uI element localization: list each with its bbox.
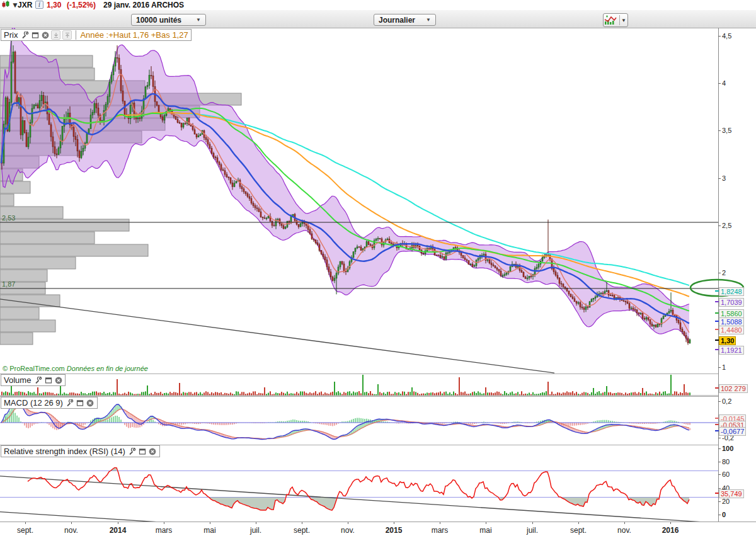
price-level-label: 1,87 [2, 280, 15, 288]
axis-tick-label: 100 [722, 445, 733, 452]
axis-tick-mark [718, 462, 721, 462]
axis-tick-mark [718, 130, 721, 131]
axis-tick-mark [718, 178, 721, 179]
volume-panel-header: Volume [1, 374, 66, 386]
axis-value-label: 1,5860 [719, 309, 744, 318]
date-and-instrument-name: 29 janv. 2016 ARCHOS [103, 1, 184, 9]
wrench-icon[interactable] [129, 447, 137, 455]
volume-panel-title: Volume [4, 375, 31, 385]
axis-tick-mark [718, 501, 721, 502]
date-label: 2014 [110, 526, 127, 535]
axis-tick-mark [718, 474, 721, 475]
date-label: mars [432, 526, 449, 535]
date-label: juil. [527, 526, 538, 535]
axis-tick-mark [718, 367, 721, 368]
copyright-note: © ProRealTime.com Données en fin de jour… [3, 365, 148, 372]
date-label: nov. [617, 526, 631, 535]
price-change: (-1,52%) [67, 1, 96, 9]
panel-separator [0, 396, 718, 397]
macd-panel-title: MACD (12 26 9) [4, 398, 63, 408]
symbol-label: JXR [18, 1, 32, 9]
axis-tick-mark [718, 36, 721, 37]
date-label: 2015 [386, 526, 403, 535]
axis-tick-mark [718, 515, 721, 515]
date-label: mai [479, 526, 491, 535]
rsi-panel-title: Relative strength index (RSI) (14) [4, 447, 125, 456]
period-dropdown-value: Journalier [379, 16, 415, 25]
wrench-icon[interactable] [21, 31, 29, 39]
period-dropdown[interactable]: Journalier ▼ [374, 14, 436, 26]
volume-chart-canvas[interactable] [0, 373, 718, 399]
date-label: mars [156, 526, 173, 535]
toolbar: 10000 unités ▼ Journalier ▼ ▼ [0, 10, 756, 28]
close-icon[interactable] [149, 447, 157, 455]
axis-value-label: -0,0677 [719, 427, 746, 436]
chart-style-button[interactable]: ▼ [603, 13, 628, 27]
axis-value-label: 1,7039 [719, 298, 744, 307]
date-label: mai [203, 526, 215, 535]
axis-tick-label: 4 [722, 79, 726, 87]
wrench-icon[interactable] [34, 376, 42, 384]
panel-separator [0, 373, 718, 374]
axis-value-label: 1,4480 [719, 326, 744, 334]
chevron-down-icon: ▼ [426, 17, 431, 23]
axis-value-label: 1,1921 [719, 346, 744, 355]
window-icon[interactable] [139, 447, 147, 455]
axis-value-label: 35,749 [719, 489, 744, 498]
window-icon[interactable] [44, 376, 52, 384]
date-label: 2016 [662, 526, 679, 535]
last-price: 1,30 [47, 1, 61, 9]
close-icon[interactable] [41, 31, 49, 39]
axis-tick-label: 3,5 [722, 127, 731, 134]
date-label: sept. [570, 526, 587, 535]
yearly-high-low-annotation: Année :+Haut 1,76 +Bas 1,27 [76, 30, 188, 40]
axis-value-label: 1,8248 [719, 287, 744, 296]
axis-tick-mark [718, 488, 721, 489]
units-dropdown[interactable]: 10000 unités ▼ [131, 14, 206, 26]
date-label: sept. [294, 526, 310, 535]
price-level-label: 2,53 [2, 214, 15, 222]
move-pane-down-icon [51, 30, 60, 40]
axis-tick-mark [718, 225, 721, 226]
axis-tick-label: 60 [722, 470, 730, 478]
axis-tick-label: 80 [722, 458, 730, 465]
wrench-icon[interactable] [66, 399, 74, 407]
info-icon[interactable]: i [35, 1, 43, 9]
rsi-panel-header: Relative strength index (RSI) (14) [1, 445, 160, 457]
price-panel-title: Prix [4, 30, 18, 40]
window-icon[interactable] [31, 31, 39, 39]
axis-tick-label: 20 [722, 498, 730, 505]
title-bar: ▼ JXR i 1,30 (-1,52%) 29 janv. 2016 ARCH… [0, 0, 756, 10]
date-label: nov. [341, 526, 355, 535]
instrument-candles-icon [2, 1, 10, 10]
price-chart-canvas[interactable] [0, 28, 718, 376]
axis-tick-mark [718, 273, 721, 273]
window-icon[interactable] [76, 399, 84, 407]
macd-panel-header: MACD (12 26 9) [1, 397, 98, 409]
date-label: nov. [64, 526, 78, 535]
move-pane-up-icon [62, 30, 72, 40]
close-icon[interactable] [86, 399, 94, 407]
close-icon[interactable] [54, 376, 62, 384]
chevron-down-icon: ▼ [196, 17, 201, 23]
date-label: juil. [250, 526, 261, 535]
price-axis-border [718, 28, 719, 522]
application-window: ▼ JXR i 1,30 (-1,52%) 29 janv. 2016 ARCH… [0, 0, 756, 536]
price-panel-header: Prix Année :+Haut 1,76 +Bas 1,27 [1, 29, 192, 41]
axis-tick-label: 2,5 [722, 222, 731, 229]
axis-tick-mark [718, 438, 721, 438]
axis-tick-label: 3 [722, 174, 726, 182]
macd-chart-canvas[interactable] [0, 396, 718, 447]
date-label: sept. [17, 526, 33, 535]
axis-tick-label: 4,5 [722, 32, 731, 40]
units-dropdown-value: 10000 unités [136, 16, 181, 25]
axis-value-label: 1,5088 [719, 317, 744, 326]
axis-tick-label: 0 [722, 511, 726, 518]
axis-value-label: 1,30 [719, 336, 736, 345]
chevron-down-icon: ▼ [621, 18, 626, 23]
axis-tick-mark [718, 83, 721, 84]
axis-tick-label: 2 [722, 269, 726, 277]
axis-tick-mark [718, 448, 721, 449]
chart-style-icon [604, 15, 617, 25]
axis-tick-mark [718, 401, 721, 402]
